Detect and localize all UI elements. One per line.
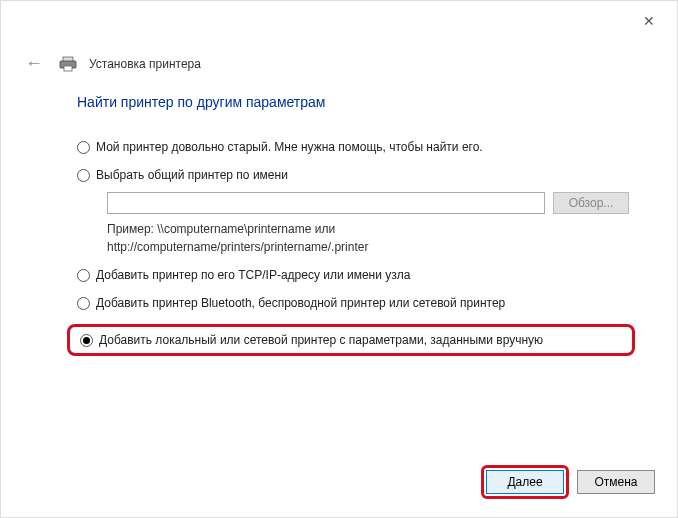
- printer-icon: [59, 56, 77, 72]
- close-icon: ✕: [643, 13, 655, 29]
- option-label: Добавить локальный или сетевой принтер с…: [99, 333, 543, 347]
- page-heading: Найти принтер по другим параметрам: [77, 94, 629, 110]
- option-label: Добавить принтер Bluetooth, беспроводной…: [96, 296, 505, 310]
- radio-icon-checked: [80, 334, 93, 347]
- option-bluetooth[interactable]: Добавить принтер Bluetooth, беспроводной…: [77, 296, 629, 310]
- content-area: Найти принтер по другим параметрам Мой п…: [1, 84, 677, 356]
- option-old-printer[interactable]: Мой принтер довольно старый. Мне нужна п…: [77, 140, 629, 154]
- example-text: Пример: \\computername\printername или h…: [107, 220, 629, 256]
- add-printer-dialog: ✕ ← Установка принтера Найти принтер по …: [0, 0, 678, 518]
- radio-icon: [77, 141, 90, 154]
- option-label: Выбрать общий принтер по имени: [96, 168, 288, 182]
- highlight-selected-option: Добавить локальный или сетевой принтер с…: [67, 324, 635, 356]
- browse-button: Обзор...: [553, 192, 629, 214]
- radio-icon: [77, 269, 90, 282]
- radio-icon: [77, 169, 90, 182]
- option-tcpip[interactable]: Добавить принтер по его TCP/IP-адресу ил…: [77, 268, 629, 282]
- svg-rect-2: [64, 66, 72, 71]
- next-button[interactable]: Далее: [486, 470, 564, 494]
- titlebar: ✕: [1, 1, 677, 35]
- shared-name-subarea: Обзор... Пример: \\computername\printern…: [107, 192, 629, 256]
- wizard-header: ← Установка принтера: [1, 49, 677, 84]
- option-local-manual[interactable]: Добавить локальный или сетевой принтер с…: [80, 333, 622, 347]
- back-button[interactable]: ←: [21, 53, 47, 74]
- close-button[interactable]: ✕: [629, 9, 669, 33]
- cancel-button[interactable]: Отмена: [577, 470, 655, 494]
- radio-icon: [77, 297, 90, 310]
- wizard-title: Установка принтера: [89, 57, 201, 71]
- dialog-footer: Далее Отмена: [481, 465, 655, 499]
- option-label: Добавить принтер по его TCP/IP-адресу ил…: [96, 268, 410, 282]
- option-label: Мой принтер довольно старый. Мне нужна п…: [96, 140, 483, 154]
- option-shared-by-name[interactable]: Выбрать общий принтер по имени: [77, 168, 629, 182]
- shared-printer-name-input[interactable]: [107, 192, 545, 214]
- highlight-next-button: Далее: [481, 465, 569, 499]
